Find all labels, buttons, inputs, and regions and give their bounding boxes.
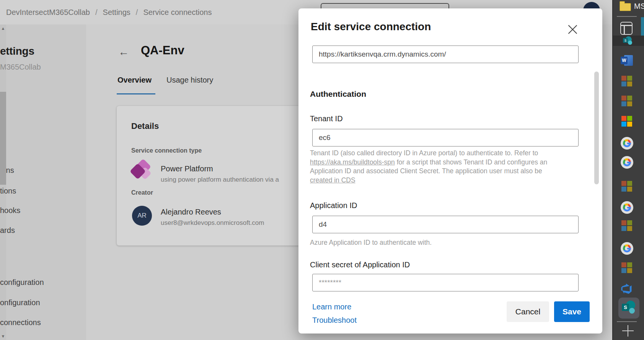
details-title: Details xyxy=(131,121,159,131)
application-id-helper: Azure Application ID to authenticate wit… xyxy=(310,238,561,247)
created-in-cds-link[interactable]: created in CDS xyxy=(310,176,355,184)
sharepoint-letter: s xyxy=(623,38,628,43)
helper-text: Tenant ID (also called directory ID in A… xyxy=(310,149,538,157)
add-icon[interactable] xyxy=(622,325,634,337)
divider xyxy=(617,16,637,17)
sidebar-item-service-hooks[interactable]: hooks xyxy=(0,206,20,215)
settings-sidebar: ettings M365Collab w ions tions hooks ar… xyxy=(0,24,86,340)
sharepoint-icon[interactable]: s xyxy=(623,36,633,46)
word-icon[interactable]: W xyxy=(621,55,633,66)
sharepoint-row-highlight[interactable]: s xyxy=(613,36,644,46)
connection-type-name: Power Platform xyxy=(161,164,213,173)
scroll-up-icon[interactable]: ▲ xyxy=(0,26,6,31)
back-arrow-icon[interactable]: ← xyxy=(118,47,129,57)
application-id-input[interactable] xyxy=(312,216,579,233)
service-connection-type-label: Service connection type xyxy=(131,147,202,154)
google-icon[interactable] xyxy=(621,156,633,169)
edit-service-connection-dialog: Edit service connection Authentication T… xyxy=(298,8,602,333)
breadcrumb-service-connections[interactable]: Service connections xyxy=(143,8,212,17)
browser-sidebar: MS s W S xyxy=(612,0,644,340)
folder-icon[interactable] xyxy=(620,3,631,11)
breadcrumb-separator: / xyxy=(136,8,138,17)
creator-label: Creator xyxy=(131,189,153,196)
office-grid-icon[interactable] xyxy=(621,220,632,231)
tenant-id-label: Tenant ID xyxy=(310,114,343,123)
word-letter: W xyxy=(621,57,628,64)
save-button[interactable]: Save xyxy=(554,301,590,322)
dialog-scrollbar-thumb[interactable] xyxy=(594,72,599,184)
sidebar-item-team-configuration[interactable]: onfiguration xyxy=(0,298,40,307)
dialog-title: Edit service connection xyxy=(311,21,431,33)
tab-usage-history[interactable]: Usage history xyxy=(166,76,213,85)
sidebar-item-dashboards[interactable]: ards xyxy=(0,226,15,235)
buildtools-spn-link[interactable]: https://aka.ms/buildtools-spn xyxy=(310,158,395,166)
learn-more-link[interactable]: Learn more xyxy=(312,303,351,311)
application-id-label: Application ID xyxy=(310,201,357,210)
breadcrumb-project[interactable]: DevIntersectM365Collab xyxy=(6,8,90,17)
project-name: M365Collab xyxy=(0,63,41,72)
sharepoint-active-icon[interactable]: S xyxy=(618,298,639,319)
page-title: QA-Env xyxy=(141,44,184,57)
browser-panel-icon[interactable] xyxy=(620,22,633,35)
google-icon[interactable] xyxy=(621,242,633,255)
settings-heading: ettings xyxy=(0,45,34,57)
breadcrumb-separator: / xyxy=(95,8,98,17)
sidebar-scrollbar[interactable]: ▲ ▼ xyxy=(0,24,6,340)
microsoft-logo-icon[interactable] xyxy=(621,116,632,127)
tenant-id-helper: Tenant ID (also called directory ID in A… xyxy=(310,149,561,185)
tab-overview[interactable]: Overview xyxy=(117,76,152,85)
creator-avatar: AR xyxy=(132,206,152,226)
azure-devops-icon[interactable] xyxy=(621,283,632,294)
tenant-id-input[interactable] xyxy=(312,129,579,146)
google-icon[interactable] xyxy=(621,137,633,150)
troubleshoot-link[interactable]: Troubleshoot xyxy=(312,316,357,325)
sidebar-item-project-configuration[interactable]: configuration xyxy=(0,278,44,287)
scroll-down-icon[interactable]: ▼ xyxy=(0,334,6,338)
folder-label: MS xyxy=(634,2,644,11)
close-icon[interactable] xyxy=(566,23,579,36)
sharepoint-letter: S xyxy=(622,304,629,311)
office-grid-icon[interactable] xyxy=(621,181,632,192)
scrollbar-thumb[interactable] xyxy=(0,92,6,185)
breadcrumb-settings[interactable]: Settings xyxy=(103,8,130,17)
office-grid-icon[interactable] xyxy=(621,76,632,86)
power-platform-icon xyxy=(130,160,154,184)
google-icon[interactable] xyxy=(621,201,633,214)
client-secret-input[interactable] xyxy=(312,274,579,291)
divider xyxy=(617,321,637,322)
office-grid-icon[interactable] xyxy=(621,96,632,106)
sidebar-item-github-connections[interactable]: connections xyxy=(0,318,41,327)
creator-name: Alejandro Reeves xyxy=(161,208,221,216)
client-secret-label: Client secret of Application ID xyxy=(310,260,410,269)
active-tab-underline xyxy=(117,93,155,94)
server-url-input[interactable] xyxy=(312,46,579,63)
office-grid-icon[interactable] xyxy=(621,262,632,273)
cancel-button[interactable]: Cancel xyxy=(507,301,549,322)
authentication-heading: Authentication xyxy=(310,89,366,99)
sidebar-item-notifications[interactable]: tions xyxy=(0,187,16,195)
